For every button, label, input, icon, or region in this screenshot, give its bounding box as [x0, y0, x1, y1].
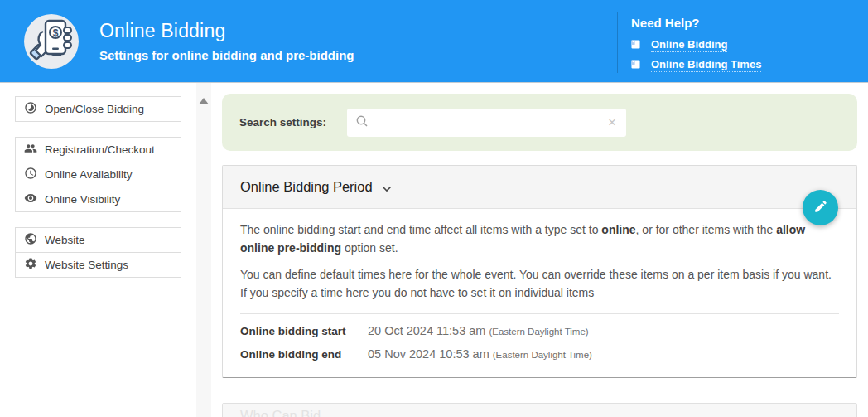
note-paragraph: You can define default times here for th… — [240, 265, 839, 302]
card-title: Who Can Bid — [240, 408, 321, 417]
svg-text:$: $ — [53, 27, 59, 38]
field-online-bidding-start: Online bidding start 20 Oct 2024 11:53 a… — [240, 324, 839, 337]
sidebar-scrollbar[interactable] — [196, 83, 211, 417]
book-icon — [631, 57, 640, 72]
field-label: Online bidding start — [240, 325, 368, 337]
sidebar-item-open-close-bidding[interactable]: Open/Close Bidding — [15, 96, 181, 122]
globe-icon — [24, 232, 37, 248]
page-subtitle: Settings for online bidding and pre-bidd… — [99, 48, 354, 62]
field-value: 05 Nov 2024 10:53 am (Eastern Daylight T… — [368, 347, 592, 361]
field-value: 20 Oct 2024 11:53 am (Eastern Daylight T… — [368, 324, 589, 337]
sidebar-group-website: Website Website Settings — [15, 227, 181, 278]
sidebar-item-registration-checkout[interactable]: Registration/Checkout — [15, 137, 181, 162]
page-title: Online Bidding — [99, 20, 354, 42]
hand-holding-phone-dollar-icon: $ — [23, 13, 80, 70]
sidebar-item-label: Registration/Checkout — [45, 143, 155, 156]
help-separator — [617, 12, 618, 73]
search-icon — [355, 114, 369, 131]
help-link-label[interactable]: Online Bidding Times — [651, 58, 761, 72]
search-box[interactable]: × — [347, 109, 626, 137]
sidebar-item-label: Website Settings — [45, 259, 128, 271]
pencil-icon — [813, 199, 828, 217]
sidebar-item-label: Online Availability — [45, 168, 133, 181]
help-link-online-bidding[interactable]: Online Bidding — [631, 37, 761, 52]
scroll-up-arrow-icon[interactable] — [199, 98, 209, 104]
intro-paragraph: The online bidding start and end time af… — [240, 221, 839, 257]
field-label: Online bidding end — [240, 348, 368, 361]
sidebar-group-online: Registration/Checkout Online Availabilit… — [15, 137, 181, 212]
clear-search-icon[interactable]: × — [606, 115, 618, 129]
chevron-down-icon — [382, 181, 392, 196]
sidebar-item-online-visibility[interactable]: Online Visibility — [15, 187, 181, 212]
book-icon — [631, 37, 640, 52]
body-row: Open/Close Bidding Registration/Checkout… — [0, 83, 868, 417]
sidebar-item-label: Open/Close Bidding — [45, 103, 144, 115]
card-title: Online Bidding Period — [240, 179, 373, 195]
people-icon — [24, 142, 37, 158]
help-link-label[interactable]: Online Bidding — [651, 38, 727, 52]
online-bidding-period-card: Online Bidding Period The online bidding… — [222, 165, 857, 378]
search-settings-label: Search settings: — [239, 116, 326, 128]
who-can-bid-card: Who Can Bid — [222, 403, 857, 417]
card-body: The online bidding start and end time af… — [223, 209, 856, 377]
gear-icon — [24, 257, 37, 273]
sidebar-group-bidding: Open/Close Bidding — [15, 96, 181, 122]
need-help-heading: Need Help? — [631, 16, 761, 30]
settings-sidebar: Open/Close Bidding Registration/Checkout… — [0, 83, 196, 417]
sidebar-item-label: Website — [45, 234, 85, 246]
help-link-online-bidding-times[interactable]: Online Bidding Times — [631, 57, 761, 72]
timezone-note: (Eastern Daylight Time) — [493, 350, 592, 360]
search-settings-panel: Search settings: × — [222, 94, 857, 151]
edit-button[interactable] — [803, 190, 838, 225]
need-help-block: Need Help? Online Bidding Online Bidding… — [631, 16, 761, 77]
card-header-online-bidding-period[interactable]: Online Bidding Period — [223, 166, 856, 209]
sidebar-item-website-settings[interactable]: Website Settings — [15, 252, 181, 278]
divider — [240, 313, 839, 314]
app-header: $ Online Bidding Settings for online bid… — [0, 0, 868, 83]
card-header-who-can-bid[interactable]: Who Can Bid — [223, 404, 856, 417]
main-content: Search settings: × Online Biddin — [211, 83, 868, 417]
timezone-note: (Eastern Daylight Time) — [489, 327, 588, 337]
header-titles: Online Bidding Settings for online biddi… — [99, 20, 354, 62]
sidebar-item-online-availability[interactable]: Online Availability — [15, 162, 181, 187]
online-bidding-settings-page: $ Online Bidding Settings for online bid… — [0, 0, 868, 417]
timelapse-icon — [24, 101, 37, 117]
field-online-bidding-end: Online bidding end 05 Nov 2024 10:53 am … — [240, 347, 839, 361]
clock-icon — [24, 167, 37, 182]
sidebar-item-label: Online Visibility — [45, 193, 120, 206]
search-input[interactable] — [369, 116, 606, 129]
sidebar-item-website[interactable]: Website — [15, 227, 181, 253]
eye-icon — [24, 192, 37, 207]
